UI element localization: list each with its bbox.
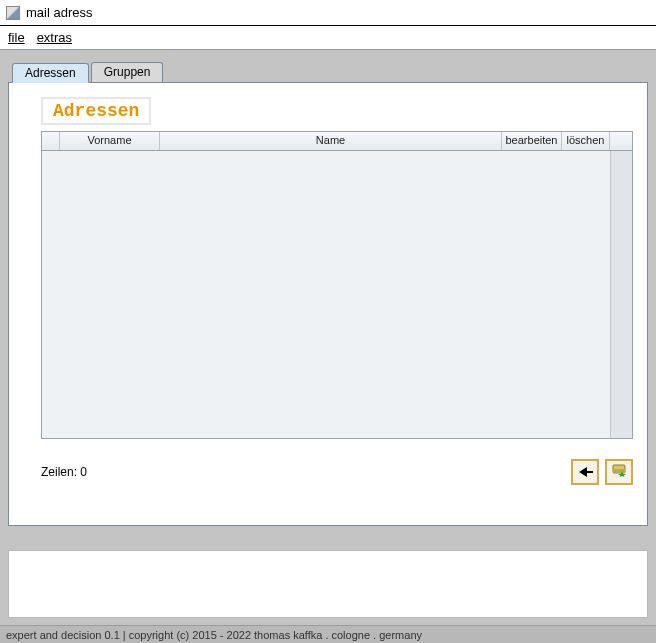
arrow-left-icon xyxy=(576,465,594,479)
tab-panel-adressen: Adressen Vorname Name bearbeiten löschen xyxy=(8,82,648,526)
row-count-label: Zeilen: 0 xyxy=(41,465,87,479)
menu-file[interactable]: file xyxy=(8,30,25,45)
table-header-row: Vorname Name bearbeiten löschen xyxy=(42,132,632,151)
table-body-empty xyxy=(42,151,610,438)
panel-heading-box: Adressen xyxy=(41,97,151,125)
add-star-icon xyxy=(610,464,628,480)
status-bar: expert and decision 0.1 | copyright (c) … xyxy=(0,625,656,643)
menubar: file extras xyxy=(0,26,656,50)
tab-row: Adressen Gruppen xyxy=(12,62,648,82)
back-button[interactable] xyxy=(571,459,599,485)
column-header-vorname[interactable]: Vorname xyxy=(60,132,160,150)
client-area: Adressen Gruppen Adressen Vorname Name b… xyxy=(0,50,656,625)
lower-panel xyxy=(8,550,648,618)
svg-rect-3 xyxy=(613,469,625,473)
column-header-scroll-gutter xyxy=(610,132,632,150)
tab-gruppen-label: Gruppen xyxy=(104,65,151,79)
address-table: Vorname Name bearbeiten löschen xyxy=(41,131,633,439)
table-scrollbar[interactable] xyxy=(610,151,632,438)
column-header-edit[interactable]: bearbeiten xyxy=(502,132,562,150)
column-header-select[interactable] xyxy=(42,132,60,150)
table-body xyxy=(42,151,632,438)
menu-extras[interactable]: extras xyxy=(37,30,72,45)
column-header-name[interactable]: Name xyxy=(160,132,502,150)
add-button[interactable] xyxy=(605,459,633,485)
tab-adressen[interactable]: Adressen xyxy=(12,63,89,83)
panel-heading-container: Adressen xyxy=(41,97,633,125)
window-title: mail adress xyxy=(26,5,92,20)
status-text: expert and decision 0.1 | copyright (c) … xyxy=(6,629,422,641)
panel-heading: Adressen xyxy=(53,101,139,121)
column-header-delete[interactable]: löschen xyxy=(562,132,610,150)
tab-gruppen[interactable]: Gruppen xyxy=(91,62,164,82)
app-window: mail adress file extras Adressen Gruppen… xyxy=(0,0,656,643)
app-icon xyxy=(6,6,20,20)
panel-footer: Zeilen: 0 xyxy=(41,459,633,485)
tab-adressen-label: Adressen xyxy=(25,66,76,80)
titlebar: mail adress xyxy=(0,0,656,26)
